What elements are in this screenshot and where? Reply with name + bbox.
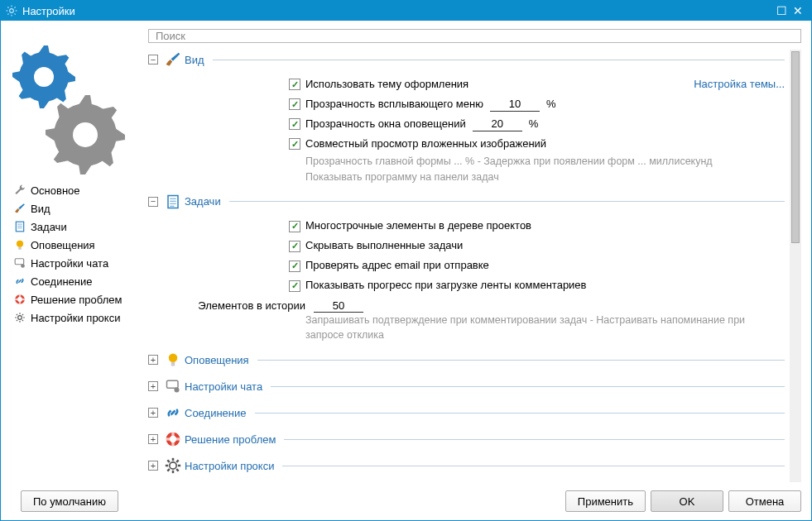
wrench-icon (12, 184, 27, 196)
hint-text: Показывать программу на панели задач (289, 170, 785, 185)
svg-point-0 (10, 9, 14, 13)
scrollbar[interactable] (790, 50, 801, 482)
sidebar-item-connection[interactable]: Соединение (12, 272, 148, 290)
link-icon (12, 275, 27, 287)
setting-label: Проверять адрес email при отправке (305, 259, 489, 273)
svg-point-17 (17, 241, 23, 247)
search-placeholder: Поиск (156, 30, 185, 42)
group-troubleshoot: + Решение проблем (148, 429, 785, 449)
group-notifications: + Оповещения (148, 350, 785, 370)
ok-button[interactable]: OK (651, 490, 723, 512)
svg-rect-40 (171, 362, 175, 366)
sidebar-item-notifications[interactable]: Оповещения (12, 236, 148, 254)
setting-label: Прозрачность окна оповещений (305, 117, 466, 131)
svg-line-8 (15, 7, 16, 7)
cancel-button[interactable]: Отмена (728, 490, 801, 512)
sidebar-item-view[interactable]: Вид (12, 199, 148, 217)
svg-line-55 (176, 460, 179, 462)
percent-label: % (546, 98, 556, 112)
collapse-icon[interactable]: − (148, 197, 158, 207)
svg-line-31 (22, 320, 23, 321)
brush-icon (12, 203, 27, 214)
svg-point-42 (175, 388, 180, 393)
group-title: Настройки чата (185, 380, 262, 393)
chat-icon (12, 257, 27, 269)
sidebar-item-troubleshoot[interactable]: Решение проблем (12, 290, 148, 308)
svg-rect-46 (166, 437, 180, 440)
defaults-button[interactable]: По умолчанию (21, 490, 118, 512)
expand-icon[interactable]: + (148, 381, 158, 391)
footer: По умолчанию Применить OK Отмена (1, 485, 811, 520)
apply-button[interactable]: Применить (565, 490, 646, 512)
svg-point-47 (170, 462, 176, 469)
sidebar-item-label: Основное (31, 184, 80, 197)
gear-icon (12, 312, 27, 323)
app-icon (6, 5, 17, 17)
group-title: Настройки прокси (185, 460, 274, 472)
setting-label: Скрывать выполненные задачи (305, 239, 463, 253)
document-icon (12, 221, 27, 232)
sidebar-item-proxy[interactable]: Настройки прокси (12, 308, 148, 327)
checkbox[interactable]: ✓ (289, 241, 300, 252)
sidebar-item-label: Вид (31, 203, 50, 215)
svg-rect-24 (15, 299, 25, 300)
svg-point-20 (21, 264, 25, 268)
titlebar: Настройки ☐ ✕ (1, 1, 811, 21)
checkbox[interactable]: ✓ (289, 98, 300, 110)
setting-label: Многострочные элементы в дереве проектов (305, 219, 531, 233)
expand-icon[interactable]: + (148, 408, 158, 418)
expand-icon[interactable]: + (148, 461, 158, 471)
svg-line-30 (17, 314, 17, 315)
svg-point-39 (169, 354, 178, 363)
collapse-icon[interactable]: − (148, 55, 158, 65)
theme-settings-link[interactable]: Настройка темы... (694, 78, 785, 92)
search-input[interactable]: Поиск (148, 29, 801, 43)
expand-icon[interactable]: + (148, 434, 158, 444)
svg-point-25 (18, 316, 22, 320)
sidebar-item-tasks[interactable]: Задачи (12, 217, 148, 236)
close-icon[interactable]: ✕ (790, 4, 806, 17)
settings-gears-image (1, 29, 148, 178)
svg-point-12 (73, 122, 98, 147)
checkbox[interactable]: ✓ (289, 280, 300, 292)
svg-rect-19 (15, 259, 24, 265)
group-view: − Вид ✓ Использовать тему оформления Нас… (148, 50, 785, 185)
group-chat: + Настройки чата (148, 376, 785, 396)
sidebar: Основное Вид Задачи Оповещения Настройки… (1, 29, 148, 482)
history-count-field[interactable] (314, 299, 363, 313)
group-title: Решение проблем (185, 433, 276, 446)
history-label: Элементов в истории (181, 299, 305, 312)
expand-icon[interactable]: + (148, 355, 158, 365)
checkbox[interactable]: ✓ (289, 79, 300, 90)
document-icon (165, 194, 181, 210)
menu-opacity-field[interactable] (490, 98, 540, 112)
group-title: Задачи (185, 195, 221, 208)
svg-rect-41 (167, 380, 179, 388)
setting-label: Использовать тему оформления (305, 78, 468, 92)
bulb-icon (12, 239, 27, 251)
sidebar-item-label: Оповещения (31, 239, 95, 251)
checkbox[interactable]: ✓ (289, 118, 300, 130)
svg-line-33 (22, 314, 23, 315)
checkbox[interactable]: ✓ (289, 221, 300, 232)
checkbox[interactable]: ✓ (289, 138, 300, 150)
sidebar-item-label: Соединение (31, 275, 93, 288)
group-connection: + Соединение (148, 403, 785, 423)
svg-line-32 (17, 320, 17, 321)
percent-label: % (529, 117, 539, 131)
notification-opacity-field[interactable] (473, 117, 522, 131)
brush-icon (165, 51, 181, 68)
maximize-icon[interactable]: ☐ (773, 4, 790, 17)
svg-line-5 (7, 7, 8, 7)
chat-icon (165, 379, 181, 394)
setting-label: Показывать прогресс при загрузке ленты к… (305, 279, 587, 293)
sidebar-item-chat[interactable]: Настройки чата (12, 254, 148, 272)
window-title: Настройки (22, 5, 75, 17)
gear-icon (165, 457, 181, 474)
lifebuoy-icon (165, 431, 181, 447)
checkbox[interactable]: ✓ (289, 260, 300, 272)
group-title: Оповещения (185, 354, 249, 366)
group-proxy: + Настройки прокси (148, 456, 785, 476)
sidebar-item-general[interactable]: Основное (12, 181, 148, 199)
sidebar-item-label: Настройки прокси (31, 312, 120, 324)
